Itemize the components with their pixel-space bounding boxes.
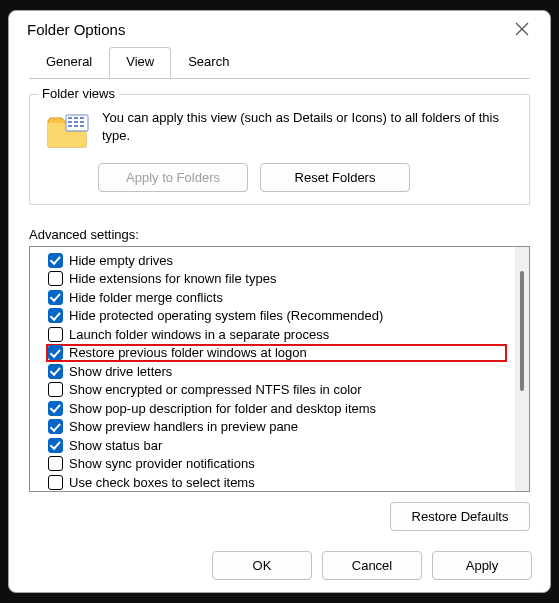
svg-rect-7	[74, 121, 78, 123]
advanced-item[interactable]: Hide empty drives	[48, 251, 509, 270]
group-legend: Folder views	[38, 86, 119, 101]
checkbox-icon[interactable]	[48, 271, 63, 286]
advanced-item[interactable]: Hide protected operating system files (R…	[48, 307, 509, 326]
advanced-item-label: Show encrypted or compressed NTFS files …	[69, 383, 362, 396]
checkbox-icon[interactable]	[48, 419, 63, 434]
checkbox-icon[interactable]	[48, 475, 63, 490]
dialog-footer: OK Cancel Apply	[9, 541, 550, 596]
checkbox-icon[interactable]	[48, 456, 63, 471]
tab-search[interactable]: Search	[171, 47, 246, 77]
svg-rect-4	[74, 117, 78, 119]
tab-general[interactable]: General	[29, 47, 109, 77]
folder-icon	[46, 111, 90, 151]
advanced-item-label: Launch folder windows in a separate proc…	[69, 328, 329, 341]
advanced-item[interactable]: Show pop-up description for folder and d…	[48, 399, 509, 418]
advanced-item-label: Show sync provider notifications	[69, 457, 255, 470]
scrollbar[interactable]	[515, 247, 529, 491]
checkbox-icon[interactable]	[48, 364, 63, 379]
tab-strip: General View Search	[9, 47, 550, 78]
checkbox-icon[interactable]	[48, 401, 63, 416]
advanced-item-label: Show drive letters	[69, 365, 172, 378]
advanced-item-label: Show pop-up description for folder and d…	[69, 402, 376, 415]
advanced-item-label: Hide folder merge conflicts	[69, 291, 223, 304]
tab-label: General	[46, 54, 92, 69]
checkbox-icon[interactable]	[48, 345, 63, 360]
restore-defaults-button[interactable]: Restore Defaults	[390, 502, 530, 531]
svg-rect-3	[68, 117, 72, 119]
dialog-title: Folder Options	[27, 21, 125, 38]
advanced-item[interactable]: Use check boxes to select items	[48, 473, 509, 491]
advanced-item[interactable]: Launch folder windows in a separate proc…	[48, 325, 509, 344]
checkbox-icon[interactable]	[48, 382, 63, 397]
checkbox-icon[interactable]	[48, 327, 63, 342]
advanced-item-label: Hide extensions for known file types	[69, 272, 276, 285]
checkbox-icon[interactable]	[48, 253, 63, 268]
advanced-settings-list[interactable]: Hide empty drivesHide extensions for kno…	[30, 247, 515, 491]
advanced-item[interactable]: Show sync provider notifications	[48, 455, 509, 474]
tab-view[interactable]: View	[109, 47, 171, 77]
svg-rect-8	[80, 121, 84, 123]
tab-label: View	[126, 54, 154, 69]
advanced-item[interactable]: Hide folder merge conflicts	[48, 288, 509, 307]
advanced-settings-box: Hide empty drivesHide extensions for kno…	[29, 246, 530, 492]
svg-rect-10	[74, 125, 78, 127]
advanced-item-label: Restore previous folder windows at logon	[69, 346, 307, 359]
checkbox-icon[interactable]	[48, 438, 63, 453]
advanced-item[interactable]: Restore previous folder windows at logon	[46, 344, 507, 363]
close-button[interactable]	[504, 11, 540, 47]
cancel-button[interactable]: Cancel	[322, 551, 422, 580]
reset-folders-button[interactable]: Reset Folders	[260, 163, 410, 192]
checkbox-icon[interactable]	[48, 290, 63, 305]
advanced-item[interactable]: Show status bar	[48, 436, 509, 455]
advanced-item[interactable]: Show drive letters	[48, 362, 509, 381]
advanced-settings-label: Advanced settings:	[29, 227, 530, 242]
apply-button[interactable]: Apply	[432, 551, 532, 580]
advanced-item-label: Show status bar	[69, 439, 162, 452]
scrollbar-thumb[interactable]	[520, 271, 524, 391]
folder-views-group: Folder views You can apply this view (su…	[29, 94, 530, 205]
svg-rect-5	[80, 117, 84, 119]
folder-options-dialog: Folder Options General View Search Folde…	[8, 10, 551, 593]
tab-content-view: Folder views You can apply this view (su…	[9, 78, 550, 541]
titlebar: Folder Options	[9, 11, 550, 47]
advanced-item-label: Use check boxes to select items	[69, 476, 255, 489]
close-icon	[515, 22, 529, 36]
svg-rect-11	[80, 125, 84, 127]
ok-button[interactable]: OK	[212, 551, 312, 580]
svg-rect-6	[68, 121, 72, 123]
advanced-item[interactable]: Show preview handlers in preview pane	[48, 418, 509, 437]
advanced-item-label: Hide empty drives	[69, 254, 173, 267]
checkbox-icon[interactable]	[48, 308, 63, 323]
folder-views-text: You can apply this view (such as Details…	[102, 109, 517, 151]
apply-to-folders-button: Apply to Folders	[98, 163, 248, 192]
tab-label: Search	[188, 54, 229, 69]
svg-rect-9	[68, 125, 72, 127]
advanced-item-label: Hide protected operating system files (R…	[69, 309, 383, 322]
advanced-item[interactable]: Show encrypted or compressed NTFS files …	[48, 381, 509, 400]
advanced-item-label: Show preview handlers in preview pane	[69, 420, 298, 433]
advanced-item[interactable]: Hide extensions for known file types	[48, 270, 509, 289]
